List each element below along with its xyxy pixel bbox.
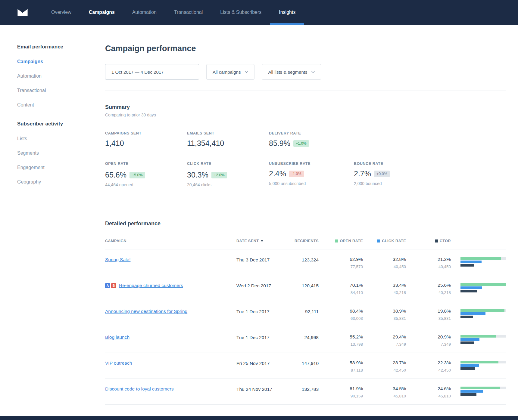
- open-count: 13,798: [319, 342, 363, 347]
- col-ctor-label: CTOR: [440, 239, 451, 244]
- open-rate-cell: 70.1% 84,410: [319, 283, 363, 295]
- delta-badge: -1.0%: [289, 171, 304, 177]
- click-rate-legend-swatch: [377, 239, 380, 242]
- filter-bar: 1 Oct 2017 — 4 Dec 2017 All campaigns Al…: [105, 64, 506, 80]
- nav-overview[interactable]: Overview: [42, 0, 80, 25]
- sidebar-item-automation[interactable]: Automation: [17, 73, 105, 79]
- open-rate-bar-fill: [460, 335, 496, 338]
- ctor-count: 40,218: [406, 290, 451, 295]
- col-campaign[interactable]: CAMPAIGN: [105, 239, 236, 243]
- click-count: 40,450: [363, 264, 406, 269]
- sidebar-section-email-performance: Email performance Campaigns Automation T…: [17, 44, 105, 108]
- metric-value-text: 85.9%: [269, 139, 290, 147]
- date-range-input[interactable]: 1 Oct 2017 — 4 Dec 2017: [105, 64, 199, 80]
- click-count: 45,810: [363, 394, 406, 398]
- delta-badge: +2.0%: [211, 172, 227, 178]
- metric-label: BOUNCE RATE: [354, 162, 506, 166]
- click-rate-value: 34.5%: [363, 386, 406, 391]
- sidebar-item-content[interactable]: Content: [17, 102, 105, 108]
- campaign-link[interactable]: Announcing new destinations for Spring: [105, 309, 187, 314]
- ctor-count: 35,831: [406, 316, 451, 321]
- open-rate-value: 62.9%: [319, 257, 363, 262]
- top-nav: Overview Campaigns Automation Transactio…: [0, 0, 518, 25]
- summary-subtitle: Comparing to prior 30 days: [105, 113, 506, 117]
- open-rate-value: 61.9%: [319, 386, 363, 391]
- sidebar-item-campaigns[interactable]: Campaigns: [17, 59, 105, 64]
- metric-sub: 20,464 clicks: [187, 182, 269, 187]
- ctor-cell: 25.6% 40,218: [406, 283, 451, 295]
- ctor-bar: [460, 316, 506, 318]
- click-count: 42,450: [363, 368, 406, 372]
- ab-variant-b-badge: B: [111, 283, 116, 288]
- nav-transactional[interactable]: Transactional: [165, 0, 211, 25]
- campaign-link[interactable]: Discount code to loyal customers: [105, 386, 173, 392]
- campaign-monitor-logo[interactable]: [17, 0, 28, 25]
- open-rate-bar: [460, 309, 506, 312]
- col-date-sent[interactable]: DATE SENT: [236, 239, 282, 243]
- open-rate-bar-fill: [460, 283, 506, 286]
- click-rate-bar: [460, 312, 506, 315]
- sidebar-heading-subscriber-activity: Subscriber activity: [17, 121, 105, 127]
- date-sent-cell: Thu 3 Dec 2017: [236, 257, 282, 263]
- click-rate-bar: [460, 390, 506, 393]
- summary-divider: [105, 204, 506, 204]
- delta-badge: +0.0%: [374, 171, 390, 177]
- nav-insights[interactable]: Insights: [270, 0, 304, 25]
- table-row: VIP outreach Fri 25 Nov 2017 147,910 58.…: [105, 353, 506, 379]
- recipients-cell: 120,415: [282, 283, 319, 289]
- metric-sub: 2,000 bounced: [354, 181, 506, 186]
- col-recipients[interactable]: RECIPIENTS: [282, 239, 319, 243]
- click-rate-bar: [460, 261, 506, 263]
- ctor-count: 45,810: [406, 394, 451, 398]
- date-range-value: 1 Oct 2017 — 4 Dec 2017: [111, 69, 164, 75]
- col-open-rate[interactable]: OPEN RATE: [319, 239, 363, 244]
- metric-value: 1,410: [105, 139, 187, 148]
- open-rate-bar: [460, 257, 506, 260]
- rate-bars: [451, 283, 506, 293]
- ctor-value: 25.6%: [406, 283, 451, 288]
- metric-unsubscribe-rate: UNSUBSCRIBE RATE 2.4%-1.0% 5,000 unsubsc…: [269, 162, 354, 187]
- campaign-link[interactable]: Blog launch: [105, 335, 130, 340]
- date-sent-cell: Fri 25 Nov 2017: [236, 360, 282, 366]
- ctor-count: 7,349: [406, 342, 451, 347]
- delta-badge: +1.0%: [293, 140, 309, 147]
- main-content: Campaign performance 1 Oct 2017 — 4 Dec …: [105, 44, 518, 405]
- col-ctor[interactable]: CTOR: [406, 239, 451, 244]
- campaign-link[interactable]: VIP outreach: [105, 360, 132, 366]
- summary-title: Summary: [105, 104, 506, 110]
- sidebar-section-subscriber-activity: Subscriber activity Lists Segments Engag…: [17, 121, 105, 185]
- open-rate-cell: 62.9% 77,570: [319, 257, 363, 269]
- sidebar-item-geography[interactable]: Geography: [17, 179, 105, 185]
- page-layout: Email performance Campaigns Automation T…: [0, 25, 518, 405]
- sidebar-item-transactional[interactable]: Transactional: [17, 88, 105, 93]
- nav-lists-subscribers[interactable]: Lists & Subscribers: [211, 0, 270, 25]
- summary-metrics-row-1: CAMPAIGNS SENT 1,410 EMAILS SENT 11,354,…: [105, 131, 506, 148]
- open-rate-bar-fill: [460, 257, 501, 260]
- metric-value: 65.6%+5.0%: [105, 171, 187, 179]
- sidebar: Email performance Campaigns Automation T…: [0, 44, 105, 405]
- ctor-value: 24.6%: [406, 386, 451, 391]
- open-rate-cell: 58.9% 87,118: [319, 360, 363, 372]
- campaign-link[interactable]: Re-engage churned customers: [119, 283, 183, 288]
- metric-value: 2.4%-1.0%: [269, 169, 354, 178]
- campaign-link[interactable]: Spring Sale!: [105, 257, 130, 262]
- metric-label: OPEN RATE: [105, 162, 128, 167]
- open-rate-bar: [460, 387, 506, 389]
- metric-value: 85.9%+1.0%: [269, 139, 354, 148]
- ctor-value: 22.3%: [406, 360, 451, 366]
- nav-campaigns[interactable]: Campaigns: [80, 0, 123, 25]
- sidebar-item-segments[interactable]: Segments: [17, 150, 105, 156]
- click-rate-value: 32.8%: [363, 257, 406, 262]
- lists-segments-filter-dropdown[interactable]: All lists & segments: [262, 64, 321, 80]
- sidebar-item-engagement[interactable]: Engagement: [17, 165, 105, 170]
- nav-automation[interactable]: Automation: [123, 0, 165, 25]
- main-nav: Overview Campaigns Automation Transactio…: [42, 0, 304, 25]
- metric-value-text: 2.7%: [354, 169, 371, 178]
- open-rate-value: 68.4%: [319, 308, 363, 314]
- sidebar-item-lists[interactable]: Lists: [17, 136, 105, 141]
- campaigns-filter-dropdown[interactable]: All campaigns: [206, 64, 254, 80]
- click-rate-bar-fill: [460, 312, 485, 315]
- col-click-rate[interactable]: CLICK RATE: [363, 239, 406, 244]
- metric-sub: 44,464 opened: [105, 182, 187, 187]
- click-count: 40,218: [363, 290, 406, 295]
